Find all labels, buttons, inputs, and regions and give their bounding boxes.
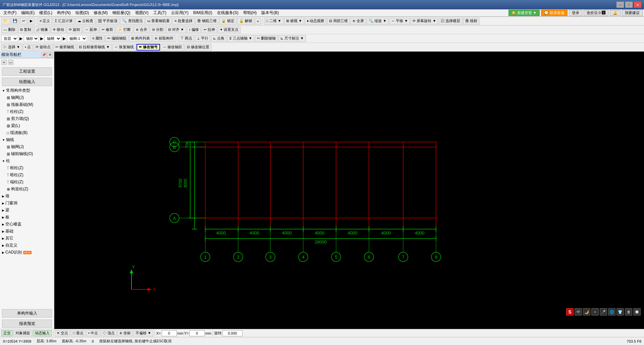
cad-group[interactable]: ▶ CAD识别 NEW bbox=[0, 249, 54, 256]
pan-btn[interactable]: ↔ 平移 ▼ bbox=[389, 18, 410, 24]
sidebar-item-aux-axis[interactable]: ⊞辅助轴线(O) bbox=[0, 150, 54, 157]
menu-edit[interactable]: 编辑(E) bbox=[19, 9, 37, 16]
menu-cloud[interactable]: 云应用(Y) bbox=[169, 9, 191, 16]
modify-axis-dist-btn[interactable]: ↔ 修改轴距 bbox=[161, 44, 184, 51]
coin-button[interactable]: 造价豆:0 🅱 bbox=[584, 10, 608, 16]
other-group[interactable]: ▶ 其它 bbox=[0, 235, 54, 242]
move-btn[interactable]: ✛ 移动 bbox=[51, 26, 66, 33]
sidebar-item-frame-col[interactable]: T柱柱(Z) bbox=[0, 108, 54, 115]
modify-axis-num-btn[interactable]: ✏ 修改轴号 bbox=[137, 44, 160, 51]
rebar-3d-btn[interactable]: 冊 钢筋三维 bbox=[195, 18, 219, 24]
rotate-element-btn[interactable]: ⟳ 旋转 bbox=[67, 26, 82, 33]
suggest-button[interactable]: 我要建议 bbox=[622, 10, 643, 16]
foundation-group[interactable]: ▶ 基础 bbox=[0, 228, 54, 235]
calc-btn[interactable]: Σ 汇总计算 bbox=[53, 18, 75, 24]
axis-name-selector[interactable]: 轴网-1 bbox=[67, 35, 87, 42]
x-input[interactable] bbox=[162, 330, 177, 336]
door-window-group[interactable]: ▶ 门窗洞 bbox=[0, 200, 54, 207]
split-btn[interactable]: ⊘ 分割 bbox=[150, 26, 165, 33]
wall-group[interactable]: ▶ 墙 bbox=[0, 193, 54, 200]
axis-grid-selector[interactable]: 轴网 bbox=[45, 35, 61, 42]
zoom-btn[interactable]: 🔍 缩放 ▼ bbox=[367, 18, 388, 24]
report-preview-btn[interactable]: 报表预览 bbox=[2, 320, 52, 328]
menu-version[interactable]: 版本号(B) bbox=[259, 9, 281, 16]
sidebar-item-frame-col2[interactable]: T框柱(Z) bbox=[0, 164, 54, 171]
sidebar-add-btn[interactable]: + bbox=[1, 60, 7, 65]
s-btn-4[interactable]: 🎤 bbox=[600, 308, 607, 316]
common-components-group[interactable]: ▼ 常用构件类型 bbox=[0, 87, 54, 94]
rotate-input[interactable] bbox=[222, 330, 243, 336]
axis-type-selector[interactable]: 轴线 bbox=[24, 35, 39, 42]
close-button[interactable]: ✕ bbox=[634, 2, 641, 8]
modify-axis-pos-btn[interactable]: ⊟ 修改轴位置 bbox=[185, 44, 211, 51]
trim-axis-btn[interactable]: ✂ 修剪轴线 bbox=[53, 44, 76, 51]
coord-btn[interactable]: ⊕ 坐标 bbox=[117, 330, 133, 336]
s-btn-7[interactable]: 🗑 bbox=[625, 308, 632, 316]
slab-group[interactable]: ▶ 板 bbox=[0, 214, 54, 221]
notify-button[interactable]: 🔔 bbox=[610, 10, 621, 16]
new-btn[interactable]: 📁 bbox=[1, 18, 10, 24]
sidebar-item-raft[interactable]: ⊞筏板基础(M) bbox=[0, 101, 54, 108]
top-view-btn[interactable]: ⊞ 俯视 ▼ bbox=[284, 18, 304, 24]
menu-view[interactable]: 视图(V) bbox=[133, 9, 151, 16]
minimize-button[interactable]: — bbox=[616, 2, 624, 8]
point-btn[interactable]: • 点 bbox=[23, 44, 33, 51]
orthogonal-btn[interactable]: 正交 bbox=[1, 330, 13, 336]
stretch-btn[interactable]: ↩ 拉伸 bbox=[202, 26, 217, 33]
offset-btn[interactable]: ↕ 偏移 bbox=[187, 26, 201, 33]
single-input-btn[interactable]: 单构件输入 bbox=[2, 309, 52, 318]
mirror-btn[interactable]: ⊿ 镜像 bbox=[34, 26, 50, 33]
menu-file[interactable]: 文件(F) bbox=[1, 9, 18, 16]
sidebar-item-hidden-col[interactable]: T暗柱(Z) bbox=[0, 171, 54, 179]
s-btn-8[interactable]: 🔲 bbox=[633, 308, 641, 316]
property-btn[interactable]: ≡ 属性 bbox=[90, 35, 105, 42]
lock-btn[interactable]: 🔒 锁定 bbox=[219, 18, 236, 24]
menu-rebar[interactable]: 钢筋量(Q) bbox=[110, 9, 132, 16]
menu-online[interactable]: 在线服务(S) bbox=[215, 9, 240, 16]
undo-btn[interactable]: ↩ bbox=[20, 18, 27, 24]
menu-draw[interactable]: 绘图(D) bbox=[73, 9, 91, 16]
copy-btn[interactable]: ⧉ 复制 bbox=[18, 26, 33, 33]
menu-modify[interactable]: 修改(M) bbox=[92, 9, 110, 16]
align-top-btn[interactable]: ▦ 平齐板顶 bbox=[96, 18, 119, 24]
s-btn-3[interactable]: • bbox=[591, 308, 599, 316]
select-floor-btn[interactable]: ▤ 选择楼层 bbox=[439, 18, 462, 24]
y-input[interactable] bbox=[190, 330, 205, 336]
engineering-settings-btn[interactable]: 工程设置 bbox=[2, 67, 52, 76]
menu-tools[interactable]: 工具(T) bbox=[151, 9, 168, 16]
unlock-btn[interactable]: 🔓 解锁 bbox=[237, 18, 254, 24]
break-btn[interactable]: ⚡ 打断 bbox=[116, 26, 133, 33]
2d-view-btn[interactable]: □ 二维 ▼ bbox=[264, 18, 283, 24]
wireframe-btn[interactable]: 冊 线框 bbox=[463, 18, 479, 24]
rotate-btn[interactable]: ⟳ 屏幕旋转 ▼ bbox=[411, 18, 438, 24]
view-rebar-btn[interactable]: ω 查看钢筋量 bbox=[146, 18, 172, 24]
select-btn[interactable]: ▷ 选择 ▼ bbox=[1, 44, 22, 51]
three-point-axis-btn[interactable]: ⊻ 三点辅轴 ▼ bbox=[227, 35, 254, 42]
frame-trim-axis-btn[interactable]: ⊟ 拉框修剪轴线 ▼ bbox=[77, 44, 112, 51]
floor-selector[interactable]: 首层 bbox=[1, 35, 18, 42]
trim-btn[interactable]: ✂ 修剪 bbox=[100, 26, 115, 33]
set-pivot-btn[interactable]: ✦ 设置支点 bbox=[218, 26, 240, 33]
partial-3d-btn[interactable]: ⊟ 局部三维 bbox=[327, 18, 350, 24]
s-icon-btn[interactable]: S bbox=[566, 308, 574, 316]
batch-select-btn[interactable]: ≡ 批量选择 bbox=[172, 18, 194, 24]
component-list-btn[interactable]: ⊞ 构件列表 bbox=[129, 35, 152, 42]
point-angle-btn[interactable]: ⊾ 点角 bbox=[211, 35, 226, 42]
sidebar-item-slab[interactable]: □现浇板(B) bbox=[0, 129, 54, 136]
two-point-btn[interactable]: ⊤ 两点 bbox=[178, 35, 194, 42]
new-change-button[interactable]: 🔔 新建变更 ▼ bbox=[508, 10, 540, 16]
extend-btn[interactable]: ↔ 延伸 bbox=[83, 26, 99, 33]
s-btn-6[interactable]: 👕 bbox=[616, 308, 624, 316]
sidebar-close-btn[interactable]: ✕ bbox=[47, 52, 53, 58]
beam-group[interactable]: ▶ 梁 bbox=[0, 207, 54, 214]
sidebar-item-axis-net2[interactable]: ⊞轴网(J) bbox=[0, 143, 54, 150]
restore-axis-btn[interactable]: ↔ 恢复轴线 bbox=[112, 44, 136, 51]
dimension-btn[interactable]: ⊾ 尺寸标注 ▼ bbox=[278, 35, 306, 42]
fullscreen-btn[interactable]: ⊕ 全屏 bbox=[351, 18, 366, 24]
sidebar-item-axis-net[interactable]: ⊞轴网(J) bbox=[0, 94, 54, 101]
axis-group[interactable]: ▼ 轴线 bbox=[0, 136, 54, 143]
midpoint-btn[interactable]: • 中点 bbox=[86, 330, 100, 336]
save-btn[interactable]: 💾 bbox=[11, 18, 19, 24]
intersection-btn[interactable]: ✕ 交点 bbox=[55, 330, 70, 336]
merge-btn[interactable]: ⊕ 合并 bbox=[134, 26, 149, 33]
